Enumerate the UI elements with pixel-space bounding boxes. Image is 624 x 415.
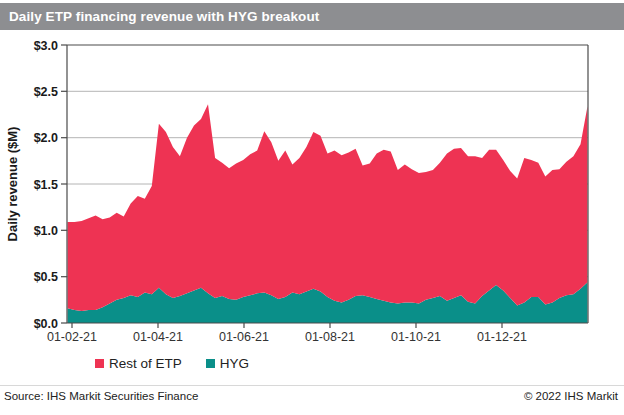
legend-item-hyg: HYG — [206, 356, 249, 371]
legend: Rest of ETP HYG — [95, 356, 249, 371]
xtick-apr: 01-04-21 — [133, 330, 183, 344]
ytick-0.0: $0.0 — [34, 317, 58, 331]
area-rest-of-etp — [68, 104, 588, 311]
y-axis-title: Daily revenue ($M) — [5, 127, 20, 242]
ytick-1.0: $1.0 — [34, 224, 58, 238]
ytick-2.0: $2.0 — [34, 131, 58, 145]
ytick-3.0: $3.0 — [34, 39, 58, 53]
xtick-oct: 01-10-21 — [391, 330, 441, 344]
ytick-2.5: $2.5 — [34, 85, 58, 99]
source-text: Source: IHS Markit Securities Finance — [4, 390, 198, 402]
legend-swatch-rest-icon — [95, 359, 104, 368]
ytick-0.5: $0.5 — [34, 270, 58, 284]
xtick-feb: 01-02-21 — [47, 330, 97, 344]
x-ticks — [72, 323, 502, 328]
footer: Source: IHS Markit Securities Finance © … — [0, 390, 624, 402]
xtick-dec: 01-12-21 — [477, 330, 527, 344]
ytick-1.5: $1.5 — [34, 178, 58, 192]
copyright-text: © 2022 IHS Markit — [524, 390, 618, 402]
legend-label-rest: Rest of ETP — [109, 356, 182, 371]
legend-swatch-hyg-icon — [206, 359, 215, 368]
chart: $3.0 $2.5 $2.0 $1.5 $1.0 $0.5 $0.0 01-02… — [0, 0, 624, 352]
legend-label-hyg: HYG — [220, 356, 249, 371]
footer-divider — [0, 385, 624, 386]
y-ticks — [61, 45, 67, 323]
xtick-aug: 01-08-21 — [305, 330, 355, 344]
legend-item-rest-of-etp: Rest of ETP — [95, 356, 182, 371]
xtick-jun: 01-06-21 — [219, 330, 269, 344]
